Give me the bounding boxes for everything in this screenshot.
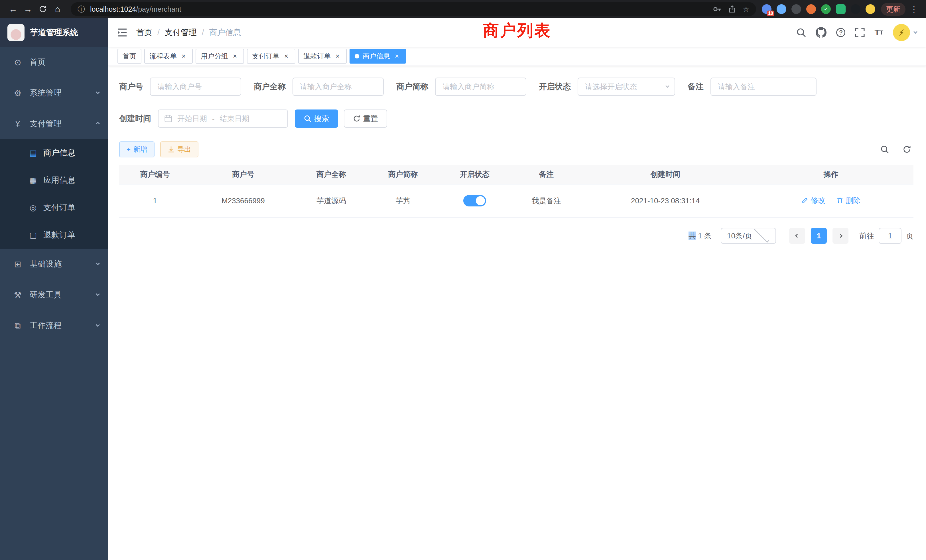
- font-size-icon[interactable]: TT: [875, 28, 883, 37]
- close-icon[interactable]: ×: [282, 52, 290, 60]
- table-refresh-icon[interactable]: [903, 145, 911, 154]
- edit-link-label: 修改: [811, 195, 825, 206]
- col-short-name: 商户简称: [367, 165, 439, 184]
- tab-merchant-info[interactable]: 商户信息 ×: [350, 49, 406, 64]
- sidebar-item-pay-order[interactable]: ◎ 支付订单: [0, 194, 108, 221]
- sidebar-item-label: 系统管理: [30, 88, 96, 98]
- goto-page-input[interactable]: [879, 228, 902, 244]
- table-search-toggle-icon[interactable]: [881, 145, 889, 154]
- close-icon[interactable]: ×: [180, 52, 188, 60]
- close-icon[interactable]: ×: [393, 52, 401, 60]
- hamburger-icon[interactable]: [118, 28, 127, 37]
- yen-icon: ¥: [11, 119, 24, 129]
- page-size-select[interactable]: 10条/页: [721, 228, 776, 244]
- extension-icon-5[interactable]: ✓: [821, 4, 831, 14]
- browser-forward-icon[interactable]: →: [21, 2, 35, 17]
- browser-back-icon[interactable]: ←: [6, 2, 21, 17]
- edit-link[interactable]: 修改: [801, 195, 825, 206]
- tab-process-form[interactable]: 流程表单 ×: [144, 49, 193, 64]
- extension-icon-7[interactable]: [851, 4, 861, 14]
- sidebar-item-payment[interactable]: ¥ 支付管理: [0, 108, 108, 139]
- search-button-label: 搜索: [314, 114, 329, 124]
- tab-user-group[interactable]: 用户分组 ×: [195, 49, 244, 64]
- sidebar-item-merchant-info[interactable]: ▤ 商户信息: [0, 139, 108, 166]
- extension-icon-4[interactable]: [806, 4, 816, 14]
- tab-label: 首页: [123, 51, 136, 61]
- short-name-input[interactable]: [435, 77, 526, 96]
- pagination-total: 共 1 条: [688, 231, 712, 241]
- page-unit-label: 页: [906, 231, 914, 241]
- next-page-button[interactable]: [832, 228, 849, 244]
- close-icon[interactable]: ×: [334, 52, 342, 60]
- extension-icon-1[interactable]: 10: [762, 4, 772, 14]
- extension-icon-8[interactable]: [865, 4, 875, 14]
- add-button[interactable]: + 新增: [119, 141, 154, 157]
- remark-input[interactable]: [710, 77, 817, 96]
- total-count: 1: [698, 232, 702, 240]
- reset-button[interactable]: 重置: [344, 109, 387, 128]
- share-icon[interactable]: [728, 5, 736, 13]
- delete-link[interactable]: 删除: [837, 195, 861, 206]
- tab-pay-order[interactable]: 支付订单 ×: [247, 49, 295, 64]
- site-info-icon[interactable]: ⓘ: [77, 4, 85, 14]
- sidebar-item-refund-order[interactable]: ▢ 退款订单: [0, 221, 108, 249]
- address-bar[interactable]: ⓘ localhost:1024/pay/merchant ☆: [71, 2, 756, 16]
- tab-label: 商户信息: [363, 51, 390, 61]
- export-button-label: 导出: [177, 145, 191, 154]
- table-toolbar: + 新增 导出: [119, 141, 914, 157]
- workflow-icon: ⧉: [11, 321, 24, 331]
- password-key-icon[interactable]: [713, 5, 721, 14]
- sidebar-item-workflow[interactable]: ⧉ 工作流程: [0, 310, 108, 341]
- cell-full-name: 芋道源码: [295, 184, 367, 217]
- browser-update-button[interactable]: 更新: [881, 3, 905, 16]
- status-select[interactable]: 请选择开启状态: [578, 77, 675, 96]
- tab-home[interactable]: 首页: [118, 49, 141, 64]
- breadcrumb-payment[interactable]: 支付管理: [165, 27, 197, 38]
- filter-full-name: 商户全称: [254, 77, 384, 96]
- sidebar-item-system[interactable]: ⚙ 系统管理: [0, 77, 108, 108]
- bookmark-star-icon[interactable]: ☆: [743, 5, 749, 14]
- filter-label: 开启状态: [539, 81, 571, 92]
- sidebar-item-devtools[interactable]: ⚒ 研发工具: [0, 279, 108, 310]
- browser-reload-icon[interactable]: [35, 2, 50, 17]
- header-search-icon[interactable]: [796, 28, 806, 37]
- chevron-right-icon: [838, 234, 843, 238]
- infrastructure-icon: ⊞: [11, 259, 24, 269]
- sidebar-item-home[interactable]: ⊙ 首页: [0, 47, 108, 77]
- sidebar-logo[interactable]: 芋道管理系统: [0, 18, 108, 47]
- browser-menu-icon[interactable]: ⋮: [908, 5, 920, 14]
- col-create-time: 创建时间: [582, 165, 749, 184]
- breadcrumb-home[interactable]: 首页: [136, 27, 152, 38]
- breadcrumb: 首页 / 支付管理 / 商户信息: [136, 27, 241, 38]
- date-separator: -: [212, 114, 215, 123]
- sidebar-item-infrastructure[interactable]: ⊞ 基础设施: [0, 249, 108, 279]
- sidebar-item-app-info[interactable]: ▦ 应用信息: [0, 166, 108, 194]
- reset-button-label: 重置: [363, 114, 378, 124]
- search-button[interactable]: 搜索: [295, 109, 338, 128]
- extension-icon-2[interactable]: [776, 4, 786, 14]
- help-icon[interactable]: ?: [836, 28, 845, 37]
- extension-icon-3[interactable]: [791, 4, 801, 14]
- merchant-no-input[interactable]: [150, 77, 241, 96]
- merchant-card-icon: ▤: [27, 148, 39, 158]
- page-number-button[interactable]: 1: [811, 228, 827, 244]
- tab-refund-order[interactable]: 退款订单 ×: [298, 49, 346, 64]
- chevron-down-icon: [96, 90, 100, 94]
- fullscreen-icon[interactable]: [855, 28, 865, 37]
- export-button[interactable]: 导出: [160, 141, 198, 157]
- prev-page-button[interactable]: [789, 228, 805, 244]
- browser-home-icon[interactable]: ⌂: [50, 2, 65, 17]
- filter-short-name: 商户简称: [396, 77, 526, 96]
- close-icon[interactable]: ×: [231, 52, 239, 60]
- full-name-input[interactable]: [292, 77, 384, 96]
- col-full-name: 商户全称: [295, 165, 367, 184]
- github-icon[interactable]: [816, 27, 826, 38]
- user-menu[interactable]: ⚡: [893, 24, 917, 41]
- sidebar-item-label: 商户信息: [43, 147, 108, 158]
- add-button-label: 新增: [133, 145, 147, 154]
- sidebar-item-label: 基础设施: [30, 259, 96, 269]
- status-toggle[interactable]: [463, 195, 486, 206]
- extension-icon-6[interactable]: [836, 4, 846, 14]
- cell-remark: 我是备注: [511, 184, 582, 217]
- date-range-picker[interactable]: 开始日期 - 结束日期: [158, 109, 288, 128]
